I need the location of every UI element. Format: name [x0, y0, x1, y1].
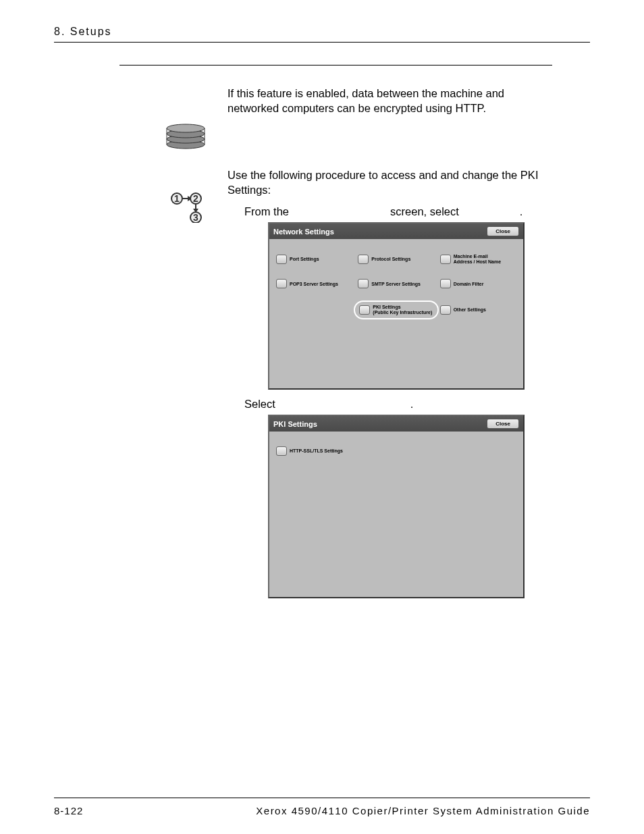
port-settings-button[interactable]: Port Settings	[276, 254, 352, 264]
svg-text:1: 1	[174, 193, 180, 204]
paragraph-2: Use the following procedure to access an…	[227, 167, 552, 198]
http-ssl-tls-settings-button[interactable]: HTTP-SSL/TLS Settings	[276, 446, 516, 456]
pki-settings-button[interactable]: PKI Settings(Public Key Infrastructure)	[359, 305, 433, 315]
svg-point-3	[167, 124, 205, 132]
dialog-title: Network Settings	[273, 228, 334, 236]
domain-filter-button[interactable]: Domain Filter	[440, 279, 516, 288]
machine-email-button[interactable]: Machine E-mailAddress / Host Name	[440, 254, 516, 264]
page-header: 8. Setups	[54, 26, 590, 43]
page-number: 8-122	[54, 805, 83, 816]
step-1-text: From thescreen, select.	[244, 205, 541, 218]
dialog-header-2: PKI Settings Close	[269, 416, 523, 432]
close-button[interactable]: Close	[487, 226, 519, 236]
screenshot-pki-settings: PKI Settings Close HTTP-SSL/TLS Settings	[268, 415, 525, 598]
pki-settings-highlight: PKI Settings(Public Key Infrastructure)	[354, 301, 438, 319]
steps-icon: 1 2 3	[170, 190, 203, 223]
dialog-body: Port Settings Protocol Settings Machine …	[269, 239, 523, 346]
svg-text:2: 2	[193, 193, 198, 204]
page-footer: 8-122 Xerox 4590/4110 Copier/Printer Sys…	[54, 798, 590, 816]
document-title: Xerox 4590/4110 Copier/Printer System Ad…	[256, 805, 590, 816]
printer-icon	[162, 122, 209, 150]
section-label: 8. Setups	[54, 26, 112, 37]
dialog-body-2: HTTP-SSL/TLS Settings	[269, 432, 523, 577]
smtp-server-settings-button[interactable]: SMTP Server Settings	[358, 279, 434, 288]
close-button-2[interactable]: Close	[487, 419, 519, 429]
other-settings-button[interactable]: Other Settings	[440, 303, 516, 316]
step-2-text: Select.	[244, 398, 541, 411]
svg-text:3: 3	[193, 212, 198, 223]
dialog-header: Network Settings Close	[269, 224, 523, 239]
dialog-title-2: PKI Settings	[273, 420, 317, 428]
protocol-settings-button[interactable]: Protocol Settings	[358, 254, 434, 264]
screenshot-network-settings: Network Settings Close Port Settings Pro…	[268, 222, 525, 390]
paragraph-1: If this feature is enabled, data between…	[227, 86, 538, 116]
pop3-server-settings-button[interactable]: POP3 Server Settings	[276, 279, 352, 288]
